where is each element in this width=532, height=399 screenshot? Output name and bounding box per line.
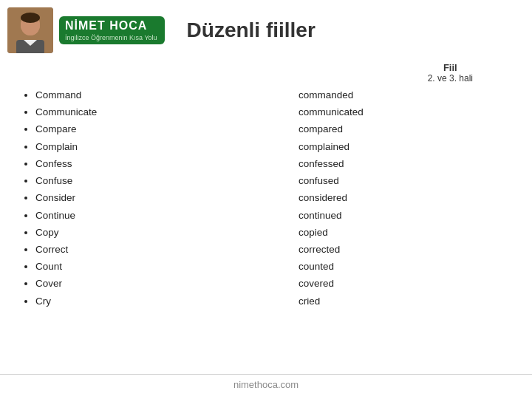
list-item: confused [299, 172, 517, 189]
list-item: communicated [299, 103, 517, 120]
list-item: continued [299, 207, 517, 224]
list-item: considered [299, 189, 517, 206]
list-item: commanded [299, 86, 517, 103]
fiil-label: Fiil [428, 62, 473, 73]
list-item: compared [299, 120, 517, 137]
nimet-badge: NİMET HOCA İngilizce Öğrenmenin Kısa Yol… [59, 16, 165, 44]
list-item: copied [299, 224, 517, 241]
list-item: Communicate [35, 103, 254, 120]
page-title: Düzenli fiiller [187, 18, 316, 42]
logo-area: NİMET HOCA İngilizce Öğrenmenin Kısa Yol… [7, 7, 165, 53]
list-item: Continue [35, 207, 254, 224]
list-item: Compare [35, 120, 254, 137]
list-item: complained [299, 138, 517, 155]
list-item: covered [299, 275, 517, 292]
list-item: counted [299, 258, 517, 275]
list-item: Cry [35, 293, 254, 310]
list-item: corrected [299, 241, 517, 258]
avatar [7, 7, 53, 53]
list-item: Confuse [35, 172, 254, 189]
badge-name: NİMET HOCA [65, 19, 147, 33]
list-item: Complain [35, 138, 254, 155]
list-item: Consider [35, 189, 254, 206]
past-list: commandedcommunicatedcomparedcomplainedc… [254, 86, 517, 310]
footer: nimethoca.com [0, 374, 532, 390]
list-item: cried [299, 293, 517, 310]
list-item: Cover [35, 275, 254, 292]
fiil-sublabel: 2. ve 3. hali [428, 73, 473, 83]
list-item: Confess [35, 155, 254, 172]
list-item: confessed [299, 155, 517, 172]
list-item: Command [35, 86, 254, 103]
list-item: Copy [35, 224, 254, 241]
svg-point-3 [21, 13, 40, 23]
list-item: Correct [35, 241, 254, 258]
page-header: NİMET HOCA İngilizce Öğrenmenin Kısa Yol… [0, 0, 532, 58]
list-item: Count [35, 258, 254, 275]
verb-list: CommandCommunicateCompareComplainConfess… [22, 86, 254, 310]
footer-url: nimethoca.com [233, 379, 299, 390]
content-area: CommandCommunicateCompareComplainConfess… [0, 85, 532, 310]
fiil-label-area: Fiil 2. ve 3. hali [0, 62, 532, 83]
badge-sub: İngilizce Öğrenmenin Kısa Yolu [65, 34, 157, 41]
